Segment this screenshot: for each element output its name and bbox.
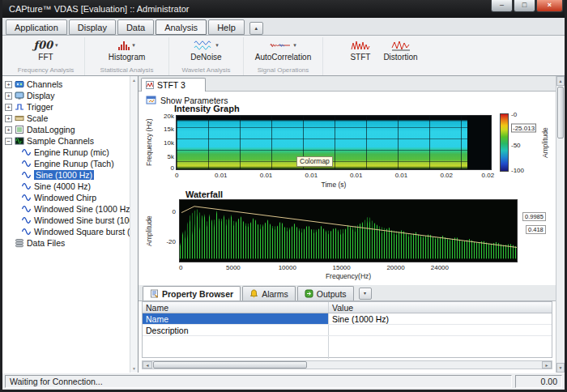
header-name[interactable]: Name bbox=[143, 302, 329, 313]
fft-button[interactable]: ƒ00 ▾ FFT bbox=[33, 38, 58, 66]
autocorrelation-button[interactable]: ▾ AutoCorrelation bbox=[255, 38, 311, 66]
collapse-icon[interactable]: − bbox=[5, 138, 12, 145]
colorbar-marker-value[interactable]: -25.013 bbox=[511, 124, 536, 133]
xtick: 0.02 bbox=[440, 172, 453, 179]
expand-icon[interactable]: + bbox=[5, 126, 12, 134]
autocorrelation-dropdown-icon[interactable]: ▾ bbox=[293, 42, 296, 49]
group-frequency-analysis: ƒ00 ▾ FFT Frequency Analysis bbox=[7, 37, 85, 75]
histogram-button[interactable]: ▾ Histogram bbox=[109, 38, 146, 66]
scrollbar-track[interactable] bbox=[308, 361, 542, 369]
horizontal-scrollbar[interactable]: ◄ ► bbox=[142, 360, 552, 369]
ytick: 20k bbox=[164, 113, 174, 120]
waterfall-cursor-value-1[interactable]: 0.9985 bbox=[522, 212, 546, 221]
close-button[interactable]: × bbox=[536, 0, 563, 12]
xtick: 15000 bbox=[333, 264, 351, 271]
scroll-down-icon[interactable]: ▼ bbox=[556, 363, 565, 373]
histogram-dropdown-icon[interactable]: ▾ bbox=[132, 42, 135, 49]
property-browser-icon bbox=[150, 289, 159, 298]
minimize-button[interactable]: – bbox=[491, 0, 513, 12]
tab-stft3[interactable]: STFT 3 bbox=[141, 78, 206, 92]
table-row[interactable]: Name Sine (1000 Hz) bbox=[143, 313, 552, 325]
waterfall-axis-line bbox=[180, 200, 517, 262]
tree-item-engine-runup-mic[interactable]: Engine Runup (mic) bbox=[2, 147, 130, 158]
vertical-scrollbar[interactable]: ▲ ▼ bbox=[556, 76, 565, 373]
intensity-plot[interactable]: Colormap bbox=[176, 115, 492, 170]
tree-item-display[interactable]: + Display bbox=[2, 90, 130, 101]
xtick: 0.02 bbox=[482, 172, 495, 179]
scroll-down-icon[interactable]: ▼ bbox=[132, 364, 136, 373]
scrollbar-thumb[interactable] bbox=[153, 361, 307, 369]
tree-item-scale[interactable]: + Scale bbox=[2, 113, 130, 124]
tree-item-windowed-sine-burst[interactable]: Windowed Sine burst (100 bbox=[2, 215, 130, 226]
scroll-left-icon[interactable]: ◄ bbox=[143, 361, 152, 369]
tree-label-selected: Sine (1000 Hz) bbox=[34, 170, 94, 180]
bottom-tabs-dropdown-button[interactable]: ▾ bbox=[359, 288, 372, 300]
tree-label: DataLogging bbox=[27, 125, 75, 134]
tree-item-data-files[interactable]: Data Files bbox=[2, 237, 130, 249]
stft-button[interactable]: STFT bbox=[350, 38, 370, 73]
tree-item-windowed-sine-1000hz[interactable]: Windowed Sine (1000 Hz) bbox=[2, 203, 130, 215]
tree-label: Sine (4000 Hz) bbox=[34, 181, 91, 191]
waterfall-cursor-value-2[interactable]: 0.418 bbox=[526, 225, 546, 234]
scroll-up-icon[interactable]: ▲ bbox=[556, 76, 565, 86]
group-label-statistical: Statistical Analysis bbox=[85, 66, 168, 75]
tree-item-sine-1000hz[interactable]: Sine (1000 Hz) bbox=[2, 169, 130, 181]
tab-help[interactable]: Help bbox=[208, 19, 245, 35]
xtick: 0.01 bbox=[260, 172, 273, 179]
waterfall-yticks: 0 -20 bbox=[160, 199, 176, 262]
distortion-button[interactable]: Distortion bbox=[383, 38, 417, 73]
tab-outputs[interactable]: Outputs bbox=[297, 286, 354, 300]
tab-property-browser[interactable]: Property Browser bbox=[143, 286, 241, 300]
xtick: 0.01 bbox=[350, 172, 363, 179]
fft-dropdown-icon[interactable]: ▾ bbox=[55, 42, 58, 49]
xtick: 0 bbox=[175, 172, 178, 179]
scroll-right-icon[interactable]: ► bbox=[542, 361, 552, 369]
cell-name[interactable]: Name bbox=[143, 313, 329, 324]
tab-application[interactable]: Application bbox=[6, 19, 67, 35]
waterfall-plot[interactable] bbox=[179, 199, 518, 262]
cell-name[interactable]: Description bbox=[143, 325, 329, 335]
tree-item-windowed-chirp[interactable]: Windowed Chirp bbox=[2, 192, 130, 203]
waveform-icon bbox=[22, 228, 32, 236]
tab-alarms[interactable]: Alarms bbox=[242, 286, 296, 300]
expand-icon[interactable]: + bbox=[5, 115, 12, 122]
tree-item-trigger[interactable]: + Trigger bbox=[2, 101, 130, 113]
display-icon bbox=[15, 91, 24, 100]
table-empty-row bbox=[143, 336, 552, 347]
ribbon-collapse-button[interactable]: ▴ bbox=[249, 22, 263, 35]
denoise-dropdown-icon[interactable]: ▾ bbox=[215, 42, 219, 49]
expand-icon[interactable]: + bbox=[5, 81, 12, 88]
tab-data[interactable]: Data bbox=[117, 19, 154, 35]
expand-icon[interactable]: + bbox=[5, 104, 12, 111]
expand-icon[interactable]: + bbox=[5, 92, 12, 100]
header-value[interactable]: Value bbox=[329, 302, 552, 313]
stft-icon bbox=[351, 40, 370, 51]
ribbon: ƒ00 ▾ FFT Frequency Analysis ▾ Histogram bbox=[2, 36, 565, 76]
table-row[interactable]: Description bbox=[143, 325, 552, 336]
scroll-up-icon[interactable]: ▲ bbox=[132, 76, 136, 84]
xtick: 0 bbox=[179, 264, 182, 271]
tab-alarms-label: Alarms bbox=[262, 289, 288, 299]
maximize-button[interactable]: □ bbox=[514, 0, 535, 12]
cell-value[interactable] bbox=[329, 325, 552, 335]
fft-label: FFT bbox=[38, 53, 53, 62]
scrollbar-track[interactable] bbox=[556, 139, 565, 363]
tab-analysis[interactable]: Analysis bbox=[156, 19, 207, 35]
intensity-graph-title: Intensity Graph bbox=[174, 104, 240, 113]
tree-item-sample-channels[interactable]: − Sample Channels bbox=[2, 135, 130, 147]
tab-property-browser-label: Property Browser bbox=[162, 289, 233, 299]
status-bar: Waiting for Connection... 0.00 bbox=[2, 373, 565, 390]
tree-item-channels[interactable]: + Channels bbox=[2, 79, 130, 90]
tree-item-sine-4000hz[interactable]: Sine (4000 Hz) bbox=[2, 181, 130, 192]
tab-display[interactable]: Display bbox=[69, 19, 116, 35]
ribbon-tab-bar: Application Display Data Analysis Help ▴ bbox=[2, 18, 565, 36]
cell-value[interactable]: Sine (1000 Hz) bbox=[329, 313, 552, 324]
colorbar[interactable] bbox=[500, 113, 509, 172]
scrollbar-thumb[interactable] bbox=[557, 87, 564, 138]
tree-scrollbar[interactable]: ▲ ▼ bbox=[130, 76, 138, 373]
histogram-icon bbox=[118, 40, 130, 50]
denoise-button[interactable]: ▾ DeNoise bbox=[190, 38, 221, 66]
tree-item-windowed-square-burst[interactable]: Windowed Square burst ( bbox=[2, 226, 130, 237]
tree-item-engine-runup-tach[interactable]: Engine Runup (Tach) bbox=[2, 158, 130, 169]
tree-item-datalogging[interactable]: + DataLogging bbox=[2, 124, 130, 135]
